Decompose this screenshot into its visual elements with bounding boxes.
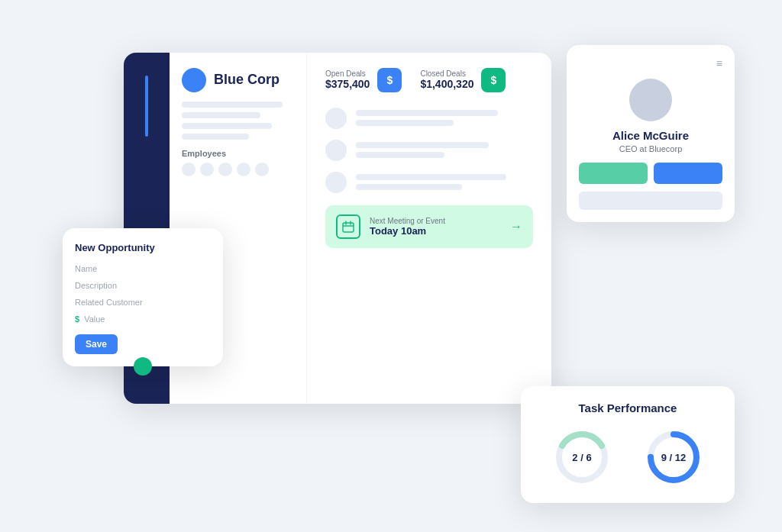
task-panel-title: Task Performance — [536, 401, 719, 414]
contact-card: ≡ Alice McGuire CEO at Bluecorp — [567, 45, 735, 222]
meeting-text: Next Meeting or Event Today 10am — [370, 217, 501, 237]
closed-deals-label: Closed Deals — [420, 69, 473, 78]
meeting-label: Next Meeting or Event — [370, 217, 501, 225]
value-with-icon: $ Value — [75, 314, 211, 324]
skeleton-line — [356, 174, 506, 180]
right-content-area: Open Deals $375,400 $ Closed Deals $1,40… — [307, 53, 551, 404]
contact-menu: ≡ — [579, 57, 722, 69]
skeleton-line — [182, 134, 249, 140]
employee-dots — [182, 163, 294, 176]
charts-row: 2 / 6 9 / 12 — [536, 427, 719, 488]
company-header: Blue Corp — [182, 68, 294, 92]
value-label[interactable]: Value — [84, 314, 105, 324]
list-skeletons — [356, 110, 533, 126]
calendar-icon — [336, 214, 360, 239]
open-deals-info: Open Deals $375,400 — [325, 69, 370, 90]
employee-dot — [182, 163, 196, 176]
donut-label-2: 9 / 12 — [661, 451, 687, 463]
deals-row: Open Deals $375,400 $ Closed Deals $1,40… — [325, 68, 533, 92]
open-deals-amount: $375,400 — [325, 78, 370, 90]
list-item — [325, 140, 533, 161]
list-avatar — [325, 108, 347, 129]
skeleton-line — [356, 120, 454, 126]
skeleton-line — [356, 142, 489, 148]
description-label[interactable]: Description — [75, 281, 211, 290]
donut-chart-1: 2 / 6 — [551, 427, 612, 488]
menu-icon[interactable]: ≡ — [716, 57, 722, 69]
list-skeletons — [356, 142, 533, 158]
open-deals-label: Open Deals — [325, 69, 370, 78]
status-dot — [134, 357, 152, 376]
donut-chart-2: 9 / 12 — [643, 427, 704, 488]
closed-deals-item: Closed Deals $1,400,320 $ — [420, 68, 506, 92]
list-avatar — [325, 172, 347, 193]
skeleton-line — [182, 112, 260, 118]
list-item — [325, 172, 533, 193]
list-avatar — [325, 140, 347, 161]
contact-action-buttons — [579, 163, 722, 184]
name-label[interactable]: Name — [75, 264, 211, 273]
list-skeletons — [356, 174, 533, 190]
company-name: Blue Corp — [214, 72, 280, 88]
related-customer-label[interactable]: Related Customer — [75, 298, 211, 307]
scene: Blue Corp Employees Ope — [47, 30, 735, 503]
task-performance-panel: Task Performance 2 / 6 9 / 12 — [521, 386, 735, 503]
contact-button-2[interactable] — [654, 163, 722, 184]
skeleton-line — [356, 110, 498, 116]
employee-dot — [237, 163, 250, 176]
company-avatar — [182, 68, 206, 92]
sidebar-indicator — [145, 76, 148, 137]
closed-deals-icon: $ — [481, 68, 506, 92]
related-customer-field: Related Customer — [75, 298, 211, 307]
employee-dot — [218, 163, 232, 176]
description-field: Description — [75, 281, 211, 290]
name-field: Name — [75, 264, 211, 273]
meeting-time: Today 10am — [370, 225, 501, 237]
employee-dot — [200, 163, 214, 176]
svg-rect-0 — [343, 223, 354, 232]
contact-avatar — [629, 79, 672, 121]
open-deals-icon: $ — [377, 68, 402, 92]
skeleton-line — [182, 123, 272, 129]
list-item — [325, 108, 533, 129]
opportunity-title: New Opportunity — [75, 242, 211, 253]
skeleton-line — [182, 102, 283, 108]
meeting-banner[interactable]: Next Meeting or Event Today 10am → — [325, 205, 533, 248]
contact-avatar-wrap — [579, 79, 722, 121]
open-deals-item: Open Deals $375,400 $ — [325, 68, 402, 92]
skeleton-line — [356, 184, 462, 190]
closed-deals-amount: $1,400,320 — [420, 78, 473, 90]
opportunity-panel: New Opportunity Name Description Related… — [63, 228, 223, 366]
company-skeleton-lines — [182, 102, 294, 140]
contact-role: CEO at Bluecorp — [579, 144, 722, 153]
contact-button-1[interactable] — [579, 163, 648, 184]
contacts-list — [325, 108, 533, 193]
donut-label-1: 2 / 6 — [572, 451, 591, 463]
employee-dot — [255, 163, 269, 176]
contact-name: Alice McGuire — [579, 129, 722, 142]
skeleton-line — [356, 152, 444, 158]
closed-deals-info: Closed Deals $1,400,320 — [420, 69, 473, 90]
employees-label: Employees — [182, 149, 294, 158]
save-button[interactable]: Save — [75, 334, 118, 354]
dollar-icon: $ — [75, 314, 79, 324]
contact-info-skeleton — [579, 192, 722, 210]
value-field: $ Value — [75, 314, 211, 324]
arrow-icon: → — [510, 220, 522, 234]
